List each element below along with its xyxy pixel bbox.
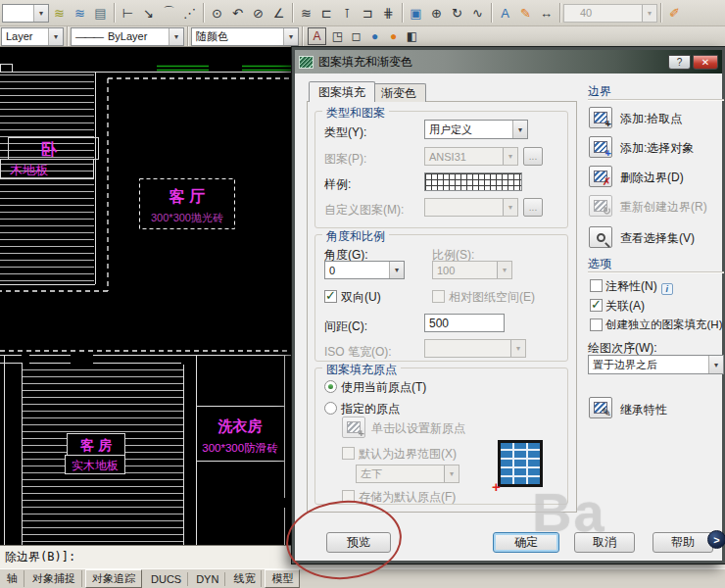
chevron-down-icon: ▾ bbox=[283, 28, 298, 45]
add-select-objects-button[interactable]: + bbox=[589, 136, 612, 158]
spacing-input-value: 500 bbox=[429, 317, 449, 330]
remove-boundaries-label[interactable]: 删除边界(D) bbox=[620, 170, 684, 186]
dim-style-combo[interactable]: 40 ▾ bbox=[563, 4, 657, 23]
render-icon[interactable]: ● bbox=[384, 27, 403, 45]
toolbar-style-combo[interactable]: ▾ bbox=[2, 4, 49, 23]
help-button[interactable]: 帮助 bbox=[652, 532, 713, 553]
remove-boundaries-button[interactable]: ✗ bbox=[589, 166, 612, 187]
properties-toolbar: Layer ▾ ——— ByLayer ▾ 随颜色 ▾ A ◳ ◻ ● ● ◧ bbox=[0, 26, 725, 47]
jogged-dim-icon[interactable]: ↶ bbox=[227, 3, 248, 24]
dim-update-icon[interactable]: ↔ bbox=[536, 3, 556, 24]
inherit-properties-label[interactable]: 继承特性 bbox=[620, 402, 667, 418]
scale-combo-value: 100 bbox=[437, 265, 455, 276]
more-options-button[interactable]: > bbox=[707, 530, 725, 549]
toolbar-separator bbox=[402, 3, 403, 23]
type-combo[interactable]: 用户定义 ▾ bbox=[424, 120, 528, 139]
info-icon[interactable]: i bbox=[661, 283, 673, 295]
status-ducs[interactable]: DUCS bbox=[145, 572, 188, 586]
wedge-3d-icon[interactable]: ◻ bbox=[347, 27, 365, 45]
pattern-swatch[interactable] bbox=[424, 172, 522, 191]
inspect-icon[interactable]: ↻ bbox=[447, 3, 467, 24]
continue-dim-icon[interactable]: ⊺ bbox=[337, 3, 358, 24]
status-osnap[interactable]: 对象捕捉 bbox=[26, 570, 82, 587]
add-select-objects-label[interactable]: 添加:选择对象 bbox=[620, 140, 694, 157]
baseline-dim-icon[interactable]: ⊏ bbox=[316, 3, 337, 24]
radius-dim-icon[interactable]: ⊙ bbox=[207, 3, 227, 24]
tab-hatch[interactable]: 图案填充 bbox=[309, 81, 375, 102]
use-current-origin-radio[interactable] bbox=[324, 380, 337, 393]
recreate-boundary-button: ↻ bbox=[589, 195, 612, 217]
layer-box-icon[interactable]: ▤ bbox=[90, 3, 111, 24]
layer-update-icon[interactable]: ≋ bbox=[70, 3, 90, 24]
tolerance-icon[interactable]: ▣ bbox=[406, 3, 426, 24]
dialog-title: 图案填充和渐变色 bbox=[318, 54, 412, 71]
dim-text-edit-icon[interactable]: ✎ bbox=[515, 3, 536, 24]
status-model[interactable]: 模型 bbox=[265, 569, 300, 588]
layer-translate-icon[interactable]: ≋ bbox=[49, 3, 70, 24]
annotative-checkbox[interactable] bbox=[590, 279, 603, 292]
spacing-input[interactable]: 500 bbox=[424, 314, 505, 332]
angle-combo[interactable]: 0 ▾ bbox=[324, 261, 405, 279]
svg-text:实木地板: 实木地板 bbox=[72, 459, 119, 472]
diameter-dim-icon[interactable]: ⊘ bbox=[248, 3, 268, 24]
dialog-help-icon[interactable]: ? bbox=[668, 55, 691, 70]
dim-style-icon[interactable]: ✐ bbox=[664, 3, 685, 24]
double-label[interactable]: 双向(U) bbox=[341, 289, 381, 306]
dim-break-icon[interactable]: ⋕ bbox=[378, 3, 399, 24]
double-checkbox[interactable] bbox=[324, 290, 337, 303]
dim-edit-icon[interactable]: A bbox=[495, 3, 515, 24]
dim-space-icon[interactable]: ⊐ bbox=[358, 3, 378, 24]
tab-gradient[interactable]: 渐变色 bbox=[371, 83, 426, 102]
status-lineweight[interactable]: 线宽 bbox=[227, 570, 262, 587]
use-current-origin-label[interactable]: 使用当前原点(T) bbox=[341, 379, 426, 396]
associative-label[interactable]: 关联(A) bbox=[605, 298, 645, 315]
ordinate-dim-icon[interactable]: ⋰ bbox=[179, 3, 200, 24]
add-pick-points-label[interactable]: 添加:拾取点 bbox=[620, 111, 682, 127]
custom-browse-button: ... bbox=[523, 198, 543, 217]
text-style-icon[interactable]: A bbox=[308, 27, 326, 45]
arc-length-dim-icon[interactable]: ⌒ bbox=[159, 3, 179, 24]
linear-dim-icon[interactable]: ⊢ bbox=[118, 3, 138, 24]
toolbar-separator bbox=[302, 26, 303, 46]
color-combo[interactable]: 随颜色 ▾ bbox=[191, 27, 299, 46]
chevron-down-icon: ▾ bbox=[708, 356, 723, 373]
origin-corner-combo: 左下 ▾ bbox=[356, 465, 459, 483]
inherit-properties-button[interactable]: ✎ bbox=[589, 397, 612, 418]
layer-combo[interactable]: Layer ▾ bbox=[1, 27, 64, 46]
aligned-dim-icon[interactable]: ↘ bbox=[138, 3, 159, 24]
status-otrack[interactable]: 对象追踪 bbox=[85, 569, 142, 588]
draw-order-combo[interactable]: 置于边界之后 ▾ bbox=[588, 355, 724, 374]
quick-dim-icon[interactable]: ≋ bbox=[296, 3, 316, 24]
preview-button[interactable]: 预览 bbox=[326, 532, 391, 553]
specified-origin-radio[interactable] bbox=[324, 402, 337, 415]
dialog-title-bar[interactable]: 图案填充和渐变色 ? ✕ bbox=[295, 50, 722, 74]
toolbar-separator bbox=[660, 3, 661, 23]
view-selections-label[interactable]: 查看选择集(V) bbox=[620, 230, 695, 247]
sphere-render-icon[interactable]: ● bbox=[365, 27, 384, 45]
pattern-label: 图案(P): bbox=[324, 151, 366, 168]
recreate-boundary-label: 重新创建边界(R) bbox=[620, 199, 707, 216]
box-3d-icon[interactable]: ◳ bbox=[328, 27, 347, 45]
add-pick-points-button[interactable]: + bbox=[589, 107, 612, 128]
linetype-combo[interactable]: ——— ByLayer ▾ bbox=[71, 27, 184, 46]
jogged-linear-icon[interactable]: ∿ bbox=[467, 3, 488, 24]
angular-dim-icon[interactable]: ∠ bbox=[268, 3, 289, 24]
separate-hatches-checkbox[interactable] bbox=[590, 318, 603, 331]
status-dyn[interactable]: DYN bbox=[190, 572, 225, 586]
specified-origin-label[interactable]: 指定的原点 bbox=[341, 401, 400, 417]
svg-text:卧: 卧 bbox=[41, 141, 58, 158]
swatch-label: 样例: bbox=[324, 176, 351, 193]
hatch-origin-legend: 图案填充原点 bbox=[322, 362, 401, 378]
type-pattern-legend: 类型和图案 bbox=[322, 105, 389, 122]
hatch-gradient-dialog: 图案填充和渐变色 ? ✕ 图案填充 渐变色 类型和图案 类型(Y): 用户定义 … bbox=[292, 47, 725, 564]
cancel-button[interactable]: 取消 bbox=[574, 532, 635, 553]
view-tool-icon[interactable]: ◧ bbox=[403, 27, 421, 45]
annotative-label[interactable]: 注释性(N)i bbox=[605, 278, 673, 295]
associative-checkbox[interactable] bbox=[590, 299, 603, 312]
close-icon[interactable]: ✕ bbox=[693, 55, 718, 70]
view-selections-button[interactable] bbox=[589, 226, 612, 248]
center-mark-icon[interactable]: ⊕ bbox=[426, 3, 447, 24]
ok-button[interactable]: 确定 bbox=[493, 532, 559, 553]
separate-hatches-label[interactable]: 创建独立的图案填充(H) bbox=[605, 318, 722, 332]
status-polar[interactable]: 轴 bbox=[1, 570, 24, 587]
